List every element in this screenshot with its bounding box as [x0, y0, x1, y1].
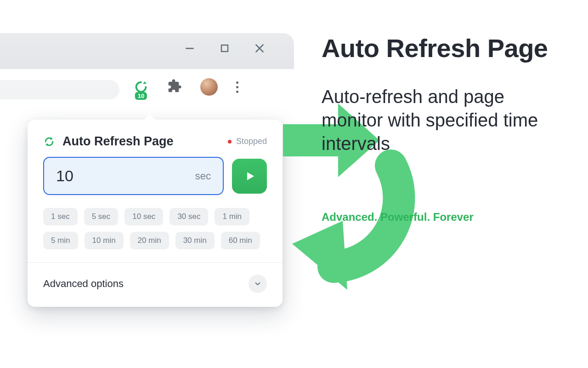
extension-badge: 10 [135, 92, 147, 100]
marketing-block: Auto Refresh Page Auto-refresh and page … [322, 34, 560, 224]
profile-avatar[interactable] [200, 78, 218, 96]
preset-chip[interactable]: 10 min [85, 232, 124, 249]
status-label: Stopped [236, 137, 267, 146]
interval-input[interactable]: 10 sec [43, 157, 224, 195]
preset-chip[interactable]: 1 sec [43, 208, 78, 225]
minimize-button[interactable] [184, 42, 196, 54]
svg-rect-0 [186, 48, 193, 49]
status-dot-icon [228, 140, 232, 144]
start-button[interactable] [232, 159, 267, 194]
preset-chip[interactable]: 30 min [175, 232, 215, 249]
advanced-options-toggle[interactable]: Advanced options [28, 263, 283, 307]
chevron-down-icon [254, 280, 262, 288]
marketing-subtitle: Auto-refresh and page monitor with speci… [322, 85, 560, 156]
close-button[interactable] [254, 42, 266, 54]
extensions-menu-button[interactable] [167, 79, 182, 95]
status-indicator: Stopped [228, 137, 267, 146]
puzzle-icon [167, 79, 182, 93]
interval-value: 10 [56, 167, 74, 185]
expand-button[interactable] [249, 275, 267, 293]
preset-chip[interactable]: 30 sec [170, 208, 208, 225]
window-controls [184, 42, 266, 54]
browser-menu-button[interactable] [236, 81, 238, 93]
refresh-icon [43, 136, 55, 148]
extension-popup: Auto Refresh Page Stopped 10 sec 1 sec 5… [28, 120, 283, 307]
omnibox[interactable] [0, 80, 119, 99]
preset-list: 1 sec 5 sec 10 sec 30 sec 1 min 5 min 10… [28, 201, 283, 262]
marketing-tagline: Advanced. Powerful. Forever [322, 211, 560, 224]
svg-rect-1 [221, 45, 228, 52]
preset-chip[interactable]: 10 sec [124, 208, 163, 225]
maximize-button[interactable] [219, 42, 231, 54]
interval-unit: sec [195, 170, 211, 182]
preset-chip[interactable]: 20 min [130, 232, 169, 249]
preset-chip[interactable]: 5 min [43, 232, 78, 249]
advanced-options-label: Advanced options [43, 278, 124, 290]
play-icon [243, 169, 256, 183]
toolbar-icons: 10 [133, 78, 238, 96]
popup-title: Auto Refresh Page [62, 134, 174, 149]
preset-chip[interactable]: 5 sec [84, 208, 119, 225]
extension-button[interactable]: 10 [133, 80, 149, 94]
preset-chip[interactable]: 1 min [215, 208, 249, 225]
marketing-title: Auto Refresh Page [322, 34, 560, 63]
preset-chip[interactable]: 60 min [221, 232, 260, 249]
